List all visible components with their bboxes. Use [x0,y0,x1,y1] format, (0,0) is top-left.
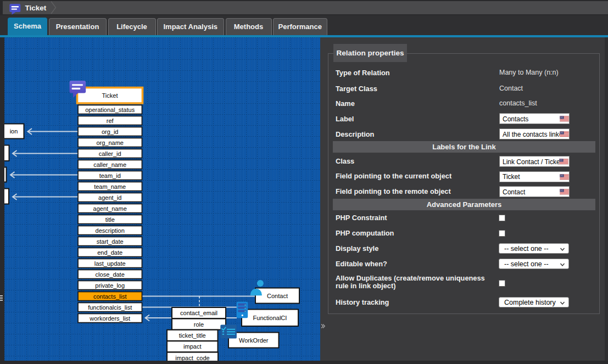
svg-text:title: title [105,216,115,222]
svg-text:role: role [194,321,204,327]
svg-text:impact: impact [183,343,201,350]
svg-text:agent_name: agent_name [93,205,127,211]
svg-text:caller_id: caller_id [99,150,121,156]
svg-text:org_id: org_id [102,128,119,135]
svg-text:private_log: private_log [95,282,125,288]
svg-text:functionalcis_list: functionalcis_list [88,304,132,310]
svg-text:impact_code: impact_code [175,354,209,361]
svg-text:operational_status: operational_status [85,106,135,113]
svg-text:agent_id: agent_id [98,194,121,200]
svg-text:Contact: Contact [267,292,288,299]
svg-text:Ticket: Ticket [102,92,118,99]
svg-text:ref: ref [107,117,114,124]
svg-text:team_id: team_id [99,172,121,178]
svg-text:ticket_title: ticket_title [179,332,206,338]
svg-text:close_date: close_date [96,271,125,277]
svg-text:contact_email: contact_email [180,310,217,316]
svg-text:ion: ion [10,128,18,135]
svg-text:FunctionalCI: FunctionalCI [253,314,287,321]
svg-text:last_update: last_update [94,260,126,266]
svg-text:contacts_list: contacts_list [93,293,127,299]
svg-text:caller_name: caller_name [93,161,126,167]
svg-text:workorders_list: workorders_list [89,315,130,321]
svg-text:team_name: team_name [94,183,126,189]
svg-text:WorkOrder: WorkOrder [239,337,269,343]
svg-text:start_date: start_date [97,238,124,244]
svg-text:end_date: end_date [97,249,122,255]
svg-text:description: description [96,227,125,233]
svg-text:org_name: org_name [96,139,124,145]
